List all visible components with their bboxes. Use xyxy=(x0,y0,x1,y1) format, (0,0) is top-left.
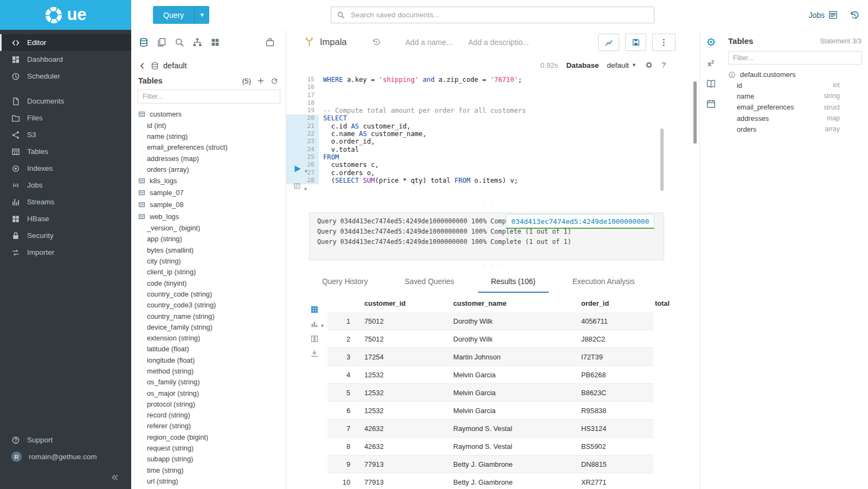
assistant-helm-icon[interactable] xyxy=(706,37,716,47)
sidebar-item-hbase[interactable]: HBase xyxy=(0,210,131,227)
settings-gear-icon[interactable] xyxy=(645,61,653,69)
sidebar-item-support[interactable]: Support xyxy=(0,432,131,448)
download-icon[interactable] xyxy=(310,349,319,358)
results-cell[interactable]: 96 xyxy=(648,330,653,348)
results-cell[interactable]: B8623C xyxy=(575,384,648,402)
assist-table-k8s-logs[interactable]: k8s_logs xyxy=(131,175,286,186)
assist-column-item[interactable]: bytes (smallint) xyxy=(131,244,286,255)
results-row[interactable]: 1077913Betty J. GiambroneXR27714315 xyxy=(327,473,653,489)
right-column-item[interactable]: orders array xyxy=(728,124,868,134)
global-search[interactable] xyxy=(331,7,654,23)
results-row[interactable]: 175012Dorothy Wilk4056711918 xyxy=(327,312,653,330)
assist-column-item[interactable]: user_agent (string) xyxy=(131,487,286,489)
results-cell[interactable]: Melvin Garcia xyxy=(447,384,575,402)
apps-source-icon[interactable] xyxy=(210,37,220,47)
assist-column-item[interactable]: device_family (string) xyxy=(131,321,286,332)
assist-column-item[interactable]: city (string) xyxy=(131,255,286,266)
results-row[interactable]: 412532Melvin GarciaPB626868 xyxy=(327,366,653,384)
code-line[interactable]: 20 SELECT xyxy=(286,114,677,122)
assist-column-item[interactable]: country_name (string) xyxy=(131,311,286,321)
tab-saved-queries[interactable]: Saved Queries xyxy=(391,272,467,293)
assist-column-item[interactable]: os_family (string) xyxy=(131,377,286,388)
query-history-icon[interactable] xyxy=(372,38,381,47)
assist-column-item[interactable]: method (string) xyxy=(131,365,286,376)
results-cell[interactable]: BS5902 xyxy=(575,437,648,455)
results-cell[interactable]: Raymond S. Vestal xyxy=(447,420,575,437)
log-resize-grip-top[interactable] xyxy=(473,202,511,207)
log-resize-grip-bottom[interactable] xyxy=(473,262,511,267)
results-cell[interactable]: Dorothy Wilk xyxy=(447,330,575,348)
results-cell[interactable]: 17254 xyxy=(358,348,447,366)
code-line[interactable]: 16 xyxy=(286,83,677,91)
results-cell[interactable]: Melvin Garcia xyxy=(447,402,575,420)
assist-column-item[interactable]: id (int) xyxy=(131,120,286,131)
language-reference-icon[interactable] xyxy=(706,79,716,89)
right-column-item[interactable]: name string xyxy=(728,91,868,101)
results-col-header[interactable]: customer_name xyxy=(447,294,575,312)
results-cell[interactable]: 75012 xyxy=(358,312,447,330)
run-query-button[interactable] xyxy=(293,164,302,173)
format-options-caret[interactable]: ▼ xyxy=(303,186,308,192)
save-button[interactable] xyxy=(625,34,646,51)
documents-source-icon[interactable] xyxy=(157,37,166,47)
sidebar-item-jobs[interactable]: Jobs xyxy=(0,177,131,194)
right-column-item[interactable]: email_preferences struct xyxy=(728,102,868,113)
assist-column-item[interactable]: subapp (string) xyxy=(131,454,286,465)
page-scrollbar[interactable] xyxy=(693,81,697,144)
sidebar-item-editor[interactable]: Editor xyxy=(0,34,131,51)
refresh-icon[interactable] xyxy=(271,77,278,85)
assist-column-item[interactable]: code (tinyint) xyxy=(131,278,286,288)
hue-logo[interactable]: ue xyxy=(0,0,131,30)
sitemap-source-icon[interactable] xyxy=(192,37,202,47)
results-cell[interactable]: 2507 xyxy=(648,384,653,402)
code-editor[interactable]: 15 WHERE a.key = 'shipping' and a.zip_co… xyxy=(286,76,677,184)
assist-table-sample-07[interactable]: sample_07 xyxy=(131,186,286,198)
results-cell[interactable]: Betty J. Giambrone xyxy=(447,473,575,489)
results-cell[interactable]: 77913 xyxy=(358,473,447,489)
assist-column-item[interactable]: country_code (string) xyxy=(131,288,286,299)
sidebar-item-scheduler[interactable]: Scheduler xyxy=(0,68,131,85)
assist-column-item[interactable]: referer (string) xyxy=(131,421,286,432)
assist-column-item[interactable]: app (string) xyxy=(131,234,286,244)
columns-view-icon[interactable] xyxy=(310,334,319,343)
sidebar-item-tables[interactable]: Tables xyxy=(0,143,131,160)
databases-source-icon[interactable] xyxy=(139,37,149,47)
results-cell[interactable]: 1320 xyxy=(648,455,653,473)
results-cell[interactable]: Betty J. Giambrone xyxy=(447,455,575,473)
results-cell[interactable]: 12532 xyxy=(358,402,447,420)
sidebar-item-s3[interactable]: S3 xyxy=(0,126,131,143)
code-line[interactable]: 18 xyxy=(286,99,677,107)
sidebar-item-files[interactable]: Files xyxy=(0,110,131,126)
schedule-icon[interactable] xyxy=(706,99,716,109)
code-line[interactable]: 27 c.orders o, xyxy=(286,169,677,177)
results-cell[interactable]: 77913 xyxy=(358,455,447,473)
jobs-link[interactable]: Jobs xyxy=(808,10,838,20)
results-row[interactable]: 977913Betty J. GiambroneDN88151320 xyxy=(327,455,653,473)
query-description-input[interactable] xyxy=(467,37,533,47)
sidebar-item-indexes[interactable]: Indexes xyxy=(0,160,131,177)
assist-column-item[interactable]: record (string) xyxy=(131,410,286,421)
assist-column-item[interactable]: orders (array) xyxy=(131,164,286,175)
right-column-item[interactable]: addresses map xyxy=(728,113,868,124)
results-cell[interactable]: PB6268 xyxy=(575,366,648,384)
more-actions-button[interactable]: ⋮ xyxy=(652,34,676,51)
results-cell[interactable]: 42632 xyxy=(358,420,447,437)
code-line[interactable]: 28 (SELECT SUM(price * qty) total FROM o… xyxy=(286,177,677,184)
right-column-item[interactable]: id int xyxy=(728,80,868,91)
code-line[interactable]: 26 customers c, xyxy=(286,161,677,169)
assist-filter-input[interactable] xyxy=(138,89,280,104)
tab-query-history[interactable]: Query History xyxy=(309,272,381,293)
results-cell[interactable]: XR2771 xyxy=(575,473,648,489)
assist-column-item[interactable]: longitude (float) xyxy=(131,355,286,365)
chart-button[interactable] xyxy=(598,34,619,51)
results-row[interactable]: 512532Melvin GarciaB8623C2507 xyxy=(327,384,653,402)
results-row[interactable]: 742632Raymond S. VestalHS31241944 xyxy=(327,420,653,437)
results-cell[interactable]: J882C2 xyxy=(575,330,648,348)
sidebar-item-documents[interactable]: Documents xyxy=(0,93,131,110)
format-icon[interactable] xyxy=(293,182,301,190)
code-line[interactable]: 15 WHERE a.key = 'shipping' and a.zip_co… xyxy=(286,76,677,83)
results-cell[interactable]: 68 xyxy=(648,366,653,384)
assist-table-customers[interactable]: customers xyxy=(131,108,286,120)
assist-table-sample-08[interactable]: sample_08 xyxy=(131,198,286,210)
assist-column-item[interactable]: addresses (map) xyxy=(131,153,286,164)
